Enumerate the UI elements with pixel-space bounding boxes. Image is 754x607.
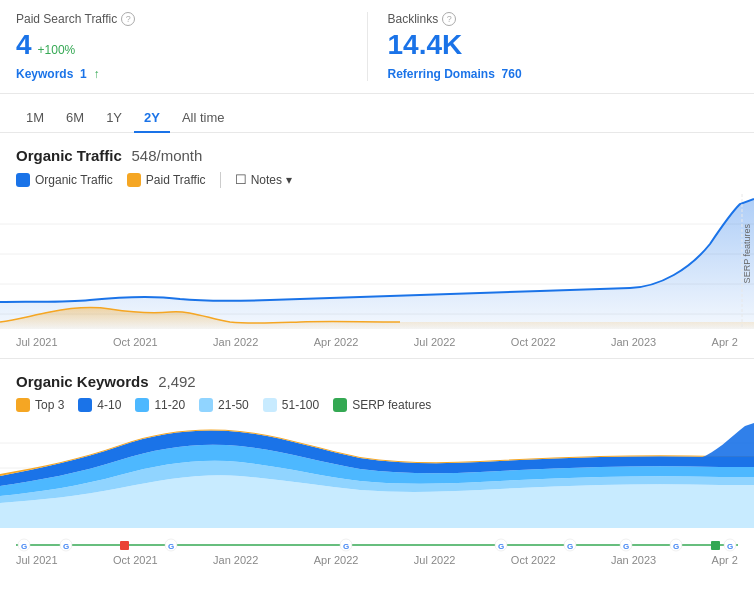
legend-11-20-label: 11-20 — [154, 398, 185, 412]
legend-divider — [220, 172, 221, 188]
paid-search-arrow: ↑ — [93, 67, 99, 81]
legend-21-50[interactable]: 21-50 — [199, 398, 249, 412]
kw-x-jul22: Jul 2022 — [414, 554, 456, 566]
tab-1m[interactable]: 1M — [16, 104, 54, 133]
x-label-apr22: Apr 2022 — [314, 336, 359, 348]
svg-text:G: G — [168, 542, 174, 551]
kw-x-apr2: Apr 2 — [712, 554, 738, 566]
top-metrics-bar: Paid Search Traffic ? 4 +100% Keywords 1… — [0, 0, 754, 94]
keywords-svg — [0, 418, 754, 538]
organic-keywords-value: 2,492 — [158, 373, 196, 390]
legend-top3-label: Top 3 — [35, 398, 64, 412]
organic-checkbox[interactable] — [16, 173, 30, 187]
paid-search-label: Paid Search Traffic — [16, 12, 117, 26]
kw-x-jul21: Jul 2021 — [16, 554, 58, 566]
organic-line — [0, 199, 754, 302]
x-label-jul22: Jul 2022 — [414, 336, 456, 348]
keywords-chart — [0, 418, 754, 538]
time-tabs: 1M 6M 1Y 2Y All time — [0, 94, 754, 133]
tab-1y[interactable]: 1Y — [96, 104, 132, 133]
notes-label: Notes — [251, 173, 282, 187]
paid-checkbox[interactable] — [127, 173, 141, 187]
svg-text:G: G — [567, 542, 573, 551]
serp-features-label: SERP features — [742, 224, 752, 283]
organic-traffic-section: Organic Traffic 548/month Organic Traffi… — [0, 133, 754, 188]
tab-all-time[interactable]: All time — [172, 104, 235, 133]
legend-organic[interactable]: Organic Traffic — [16, 173, 113, 187]
svg-text:G: G — [498, 542, 504, 551]
legend-4-10-label: 4-10 — [97, 398, 121, 412]
x-label-apr2: Apr 2 — [712, 336, 738, 348]
organic-keywords-title: Organic Keywords — [16, 373, 149, 390]
keywords-legend: Top 3 4-10 11-20 21-50 51-100 SERP featu… — [16, 398, 738, 412]
svg-text:G: G — [343, 542, 349, 551]
backlinks-sub: Referring Domains 760 — [388, 67, 719, 81]
top3-checkbox[interactable] — [16, 398, 30, 412]
backlinks-metric: Backlinks ? 14.4K Referring Domains 760 — [388, 12, 739, 81]
serp-checkbox[interactable] — [333, 398, 347, 412]
legend-top3[interactable]: Top 3 — [16, 398, 64, 412]
svg-text:G: G — [673, 542, 679, 551]
21-50-checkbox[interactable] — [199, 398, 213, 412]
legend-organic-label: Organic Traffic — [35, 173, 113, 187]
svg-text:G: G — [727, 542, 733, 551]
legend-11-20[interactable]: 11-20 — [135, 398, 185, 412]
kw-x-jan22: Jan 2022 — [213, 554, 258, 566]
notes-chevron-icon: ▾ — [286, 173, 292, 187]
kw-x-oct22: Oct 2022 — [511, 554, 556, 566]
organic-traffic-value: 548/month — [132, 147, 203, 164]
organic-traffic-svg — [0, 194, 754, 334]
x-label-oct22: Oct 2022 — [511, 336, 556, 348]
tab-6m[interactable]: 6M — [56, 104, 94, 133]
organic-traffic-chart: SERP features — [0, 194, 754, 334]
paid-search-info-icon[interactable]: ? — [121, 12, 135, 26]
legend-51-100[interactable]: 51-100 — [263, 398, 319, 412]
11-20-checkbox[interactable] — [135, 398, 149, 412]
svg-text:G: G — [63, 542, 69, 551]
x-label-jan22: Jan 2022 — [213, 336, 258, 348]
paid-search-sub: Keywords 1 ↑ — [16, 67, 347, 81]
backlinks-info-icon[interactable]: ? — [442, 12, 456, 26]
kw-x-apr22: Apr 2022 — [314, 554, 359, 566]
organic-traffic-chart-wrapper: SERP features Jul 2021 Oct 2021 Jan 2022… — [0, 194, 754, 348]
backlinks-value: 14.4K — [388, 29, 463, 60]
x-label-oct21: Oct 2021 — [113, 336, 158, 348]
notes-toggle[interactable]: ☐ Notes ▾ — [235, 172, 292, 187]
paid-search-value: 4 — [16, 30, 32, 61]
kw-x-oct21: Oct 2021 — [113, 554, 158, 566]
end-spike — [700, 423, 754, 458]
legend-21-50-label: 21-50 — [218, 398, 249, 412]
keywords-x-axis: Jul 2021 Oct 2021 Jan 2022 Apr 2022 Jul … — [0, 552, 754, 572]
paid-search-metric: Paid Search Traffic ? 4 +100% Keywords 1… — [16, 12, 368, 81]
legend-paid[interactable]: Paid Traffic — [127, 173, 206, 187]
events-bar: G G G G G G G G G — [16, 538, 738, 552]
51-100-checkbox[interactable] — [263, 398, 277, 412]
organic-keywords-section: Organic Keywords 2,492 Top 3 4-10 11-20 … — [0, 358, 754, 572]
organic-traffic-title: Organic Traffic — [16, 147, 122, 164]
event-red1 — [120, 541, 129, 550]
legend-paid-label: Paid Traffic — [146, 173, 206, 187]
organic-x-axis: Jul 2021 Oct 2021 Jan 2022 Apr 2022 Jul … — [0, 334, 754, 348]
svg-text:G: G — [623, 542, 629, 551]
event-green1 — [711, 541, 720, 550]
paid-search-keywords-count: 1 — [80, 67, 87, 81]
paid-search-change: +100% — [38, 43, 76, 57]
legend-51-100-label: 51-100 — [282, 398, 319, 412]
backlinks-label: Backlinks — [388, 12, 439, 26]
4-10-checkbox[interactable] — [78, 398, 92, 412]
legend-serp[interactable]: SERP features — [333, 398, 431, 412]
x-label-jan23: Jan 2023 — [611, 336, 656, 348]
legend-4-10[interactable]: 4-10 — [78, 398, 121, 412]
events-svg: G G G G G G G G G — [16, 538, 738, 552]
referring-domains-value: 760 — [502, 67, 522, 81]
x-label-jul21: Jul 2021 — [16, 336, 58, 348]
kw-x-jan23: Jan 2023 — [611, 554, 656, 566]
notes-icon: ☐ — [235, 172, 247, 187]
tab-2y[interactable]: 2Y — [134, 104, 170, 133]
organic-traffic-legend: Organic Traffic Paid Traffic ☐ Notes ▾ — [16, 172, 738, 188]
svg-text:G: G — [21, 542, 27, 551]
legend-serp-label: SERP features — [352, 398, 431, 412]
